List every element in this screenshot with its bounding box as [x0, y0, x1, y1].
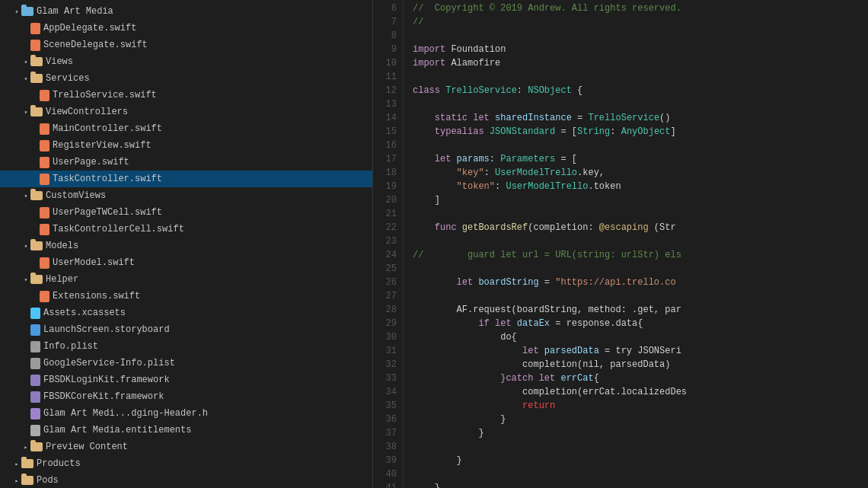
file-icon-swift [40, 157, 49, 168]
folder-arrow [21, 275, 30, 284]
file-icon-swift [30, 23, 40, 34]
code-line-13 [413, 97, 868, 111]
file-label: Assets.xcassets [43, 308, 126, 318]
spacer [21, 426, 30, 435]
folder-pods[interactable]: Pods [0, 472, 372, 488]
code-token [413, 166, 457, 180]
code-token: = [ [555, 125, 577, 139]
spacer [30, 124, 40, 133]
folder-arrow [21, 442, 30, 451]
code-token: (Str [649, 221, 676, 234]
file-userpagetw[interactable]: UserPageTWCell.swift [0, 204, 372, 221]
file-label: TaskController.swift [53, 174, 162, 184]
code-token: : [490, 152, 500, 166]
file-label: TaskControllerCell.swift [53, 224, 184, 234]
code-content[interactable]: // Copyright © 2019 Andrew. All rights r… [404, 0, 868, 488]
code-token: Alamofire [445, 56, 500, 70]
code-line-37: } [413, 426, 868, 440]
folder-viewcontrollers[interactable]: ViewControllers [0, 104, 372, 120]
folder-label: Preview Content [46, 442, 128, 452]
code-line-14: static let sharedInstance = TrelloServic… [413, 111, 868, 125]
code-token: parsedData [544, 344, 599, 358]
code-editor: 6 7 8 9 10 11 12 13 14 15 16 17 18 19 20… [373, 0, 868, 488]
file-icon-xcassets [30, 308, 40, 319]
code-token: ] [671, 125, 676, 139]
file-label: UserModel.swift [53, 257, 135, 268]
file-fbsdkcorekit[interactable]: FBSDKCoreKit.framework [0, 388, 372, 405]
file-label: Glam Art Medi...dging-Header.h [43, 408, 208, 419]
spacer [30, 258, 40, 267]
code-line-34: completion(errCat.localizedDes [413, 385, 868, 399]
file-bridgingheader[interactable]: Glam Art Medi...dging-Header.h [0, 405, 372, 422]
code-token: AF.request(boardString, method: .get, pa… [413, 303, 681, 317]
folder-icon [30, 74, 43, 83]
file-fbsdkloginkit[interactable]: FBSDKLoginKit.framework [0, 372, 372, 388]
code-token: do{ [413, 330, 517, 344]
file-googleservice[interactable]: GoogleService-Info.plist [0, 355, 372, 372]
spacer [21, 409, 30, 418]
code-token: params [457, 152, 490, 166]
file-appdelegate[interactable]: AppDelegate.swift [0, 20, 372, 37]
code-token: .key, [577, 166, 605, 180]
code-token: : [484, 166, 495, 180]
file-entitlements[interactable]: Glam Art Media.entitlements [0, 422, 372, 439]
spacer [21, 308, 30, 317]
folder-arrow [12, 476, 21, 485]
code-line-23 [413, 234, 868, 248]
folder-glam-art-media[interactable]: Glam Art Media [0, 3, 372, 20]
file-infoplist[interactable]: Info.plist [0, 338, 372, 355]
code-token: getBoardsRef [462, 221, 528, 234]
file-assets[interactable]: Assets.xcassets [0, 305, 372, 321]
spacer [21, 359, 30, 368]
code-token: : [610, 125, 621, 139]
folder-icon [21, 459, 34, 468]
file-trelloservice[interactable]: TrelloService.swift [0, 87, 372, 104]
folder-products[interactable]: Products [0, 455, 372, 472]
code-token: let [413, 152, 457, 166]
code-line-21 [413, 207, 868, 221]
folder-views[interactable]: Views [0, 53, 372, 70]
folder-services[interactable]: Services [0, 70, 372, 87]
code-token: @escaping [599, 221, 649, 234]
code-line-27 [413, 289, 868, 303]
folder-icon [30, 241, 43, 250]
code-token: return [522, 399, 555, 413]
code-token: String [577, 125, 610, 139]
file-maincontroller[interactable]: MainController.swift [0, 120, 372, 137]
code-token: = [ [555, 152, 577, 166]
line-numbers: 6 7 8 9 10 11 12 13 14 15 16 17 18 19 20… [373, 0, 404, 488]
folder-icon [21, 7, 34, 16]
spacer [30, 141, 40, 150]
file-scenedelegate[interactable]: SceneDelegate.swift [0, 37, 372, 53]
file-extensions[interactable]: Extensions.swift [0, 288, 372, 305]
code-line-15: typealias JSONStandard = [ String : AnyO… [413, 125, 868, 139]
file-tree: Glam Art Media AppDelegate.swift SceneDe… [0, 0, 373, 488]
folder-arrow [21, 107, 30, 116]
code-line-30: do{ [413, 330, 868, 344]
code-token: .token [588, 180, 621, 193]
code-line-6: // Copyright © 2019 Andrew. All rights r… [413, 2, 868, 15]
code-token: (completion: [528, 221, 599, 234]
file-usermodel[interactable]: UserModel.swift [0, 254, 372, 271]
code-token: completion(nil, parsedData) [413, 358, 670, 372]
file-icon-plist [30, 358, 40, 369]
folder-icon [30, 191, 43, 200]
folder-models[interactable]: Models [0, 238, 372, 254]
code-token: = try JSONSeri [599, 344, 681, 358]
code-token: UserModelTrello [506, 180, 588, 193]
file-taskcontrollercell[interactable]: TaskControllerCell.swift [0, 221, 372, 238]
folder-arrow [21, 57, 30, 66]
spacer [21, 40, 30, 49]
code-line-40 [413, 467, 868, 481]
file-registerview[interactable]: RegisterView.swift [0, 137, 372, 154]
code-line-9: import Foundation [413, 43, 868, 56]
code-token: Parameters [500, 152, 555, 166]
file-taskcontroller[interactable]: TaskController.swift [0, 171, 372, 187]
folder-helper[interactable]: Helper [0, 271, 372, 288]
file-icon-swift [40, 90, 49, 101]
folder-customviews[interactable]: CustomViews [0, 187, 372, 204]
code-token: // guard let url = URL(string: urlStr) e… [413, 248, 681, 262]
file-launchscreen[interactable]: LaunchScreen.storyboard [0, 321, 372, 338]
file-userpage[interactable]: UserPage.swift [0, 154, 372, 171]
folder-preview-content[interactable]: Preview Content [0, 439, 372, 455]
